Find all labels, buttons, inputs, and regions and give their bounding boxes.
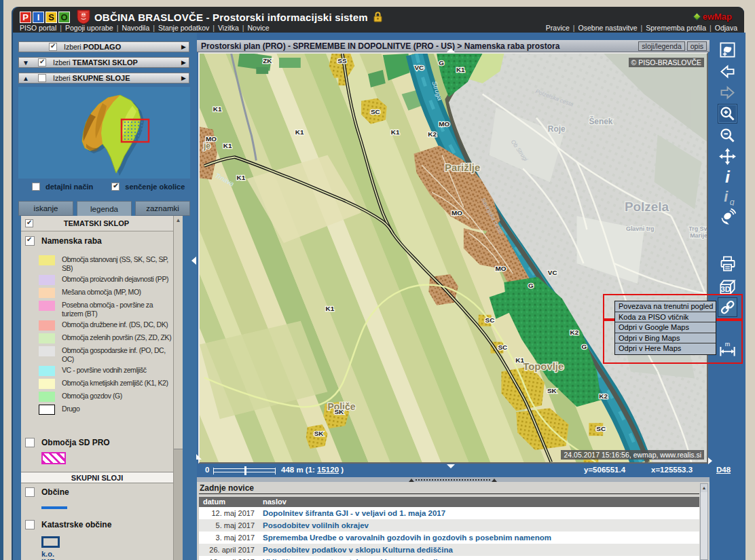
sdpro-checkbox[interactable] <box>25 438 35 447</box>
nav-link[interactable]: Pogoji uporabe| <box>65 23 122 33</box>
sdpro-swatch <box>41 452 66 464</box>
collapse-triangle-icon[interactable]: ▲ <box>22 75 30 82</box>
info-g-tool[interactable]: ig <box>718 187 737 206</box>
sloji-legenda-button[interactable]: sloji/legenda <box>638 41 684 51</box>
map-zone-label: K1 <box>223 142 232 149</box>
back-icon <box>718 62 737 81</box>
news-table: datum naslov 12. maj 2017 Dopolnitev šif… <box>199 497 699 560</box>
map-place-label: Parižlje <box>445 162 480 173</box>
expand-arrow-icon[interactable]: ▶ <box>181 43 186 50</box>
expand-arrow-icon[interactable]: ▶ <box>181 59 186 66</box>
map-bottom-collapse-handle[interactable] <box>447 464 455 468</box>
accordion-checkbox[interactable] <box>38 74 46 82</box>
opis-button[interactable]: opis <box>687 41 707 51</box>
map-header-collapse-handle[interactable] <box>447 48 455 52</box>
back-tool[interactable] <box>718 62 737 81</box>
news-link[interactable]: Sprememba Uredbe o varovalnih gozdovih i… <box>260 531 699 544</box>
svg-text:i: i <box>725 168 731 186</box>
obcine-checkbox[interactable] <box>25 487 35 497</box>
popup-menu-item[interactable]: Odpri v Here Maps <box>615 343 716 354</box>
info-tool[interactable]: i <box>718 167 737 185</box>
map-viewport[interactable]: Savinjska cestaOb StrugiPolzelska cesta … <box>198 52 708 464</box>
legend-swatch <box>39 333 55 343</box>
scale-ruler[interactable] <box>213 468 276 472</box>
katastrske-checkbox[interactable] <box>25 520 35 529</box>
news-link[interactable]: Posodobitev volilnih okrajev <box>260 519 699 531</box>
map-place-label: je <box>203 141 210 151</box>
legend-item: Mešana območja (MP, MO) <box>39 288 172 298</box>
legend-group-checkbox[interactable] <box>25 236 35 246</box>
nav-link[interactable]: Odjava| <box>715 23 737 33</box>
accordion-checkbox[interactable] <box>49 43 57 51</box>
legend-scrollbar[interactable]: ▲ <box>173 216 183 560</box>
nav-link[interactable]: Pravice| <box>546 23 578 33</box>
news-panel: Zadnje novice datum naslov 12. maj 2017 … <box>197 482 710 560</box>
nav-link[interactable]: Novice| <box>248 23 270 33</box>
piso-logo[interactable]: PISO <box>20 12 71 23</box>
scrollbar-thumb[interactable] <box>174 225 183 449</box>
legend-header-checkbox[interactable] <box>25 219 33 227</box>
gps-tool[interactable] <box>718 208 737 226</box>
link-tool[interactable] <box>718 298 737 316</box>
scroll-up-icon[interactable]: ▲ <box>174 216 183 225</box>
forward-tool[interactable] <box>718 83 737 102</box>
expand-arrow-icon[interactable]: ▶ <box>181 75 186 81</box>
nav-link[interactable]: Stanje podatkov| <box>158 23 218 33</box>
news-date: 5. maj 2017 <box>199 519 260 531</box>
print-tool[interactable] <box>718 255 737 273</box>
popup-menu-item[interactable]: Koda za PISO vtičnik <box>615 312 716 323</box>
legend-item: Območja gozdov (G) <box>39 392 172 402</box>
sidebar-tab[interactable]: iskanje <box>18 201 73 216</box>
overview-option[interactable]: senčenje okolice <box>111 181 185 192</box>
zoom-extent-tool[interactable] <box>718 41 737 59</box>
accordion-bar[interactable]: ▼ Izberi TEMATSKI SKLOP ▶ <box>18 57 189 68</box>
nav-link[interactable]: PISO portal| <box>20 23 65 33</box>
collapse-triangle-icon[interactable]: ▼ <box>22 59 30 67</box>
map-zone-label: K2 <box>599 392 608 400</box>
obcine-swatch <box>41 506 67 509</box>
toolbar-resize-handle[interactable] <box>708 458 712 464</box>
news-link[interactable]: Dopolnitev šifranta GJI - v veljavi od 1… <box>260 507 699 519</box>
nav-link[interactable]: Osebne nastavitve| <box>578 23 646 33</box>
map-corner-handle[interactable] <box>196 454 207 460</box>
page-title: OBČINA BRASLOVČE - Prostorski informacij… <box>94 12 368 23</box>
coat-of-arms-icon <box>77 10 90 24</box>
overview-map[interactable] <box>18 87 190 179</box>
map-zone-label: G <box>528 282 534 289</box>
map-extent-indicator[interactable] <box>122 119 149 142</box>
datum-link[interactable]: D48 <box>716 466 731 474</box>
zoom-out-tool[interactable] <box>718 126 737 145</box>
sidebar-collapse-handle[interactable] <box>191 257 196 265</box>
popup-menu-item[interactable]: Odpri v Bing Maps <box>615 333 716 344</box>
nav-link[interactable]: Vizitka| <box>218 23 247 33</box>
news-link[interactable]: Vključitev novega tematskega sklopa - ge… <box>260 556 699 560</box>
map-copyright: © PISO-BRASLOVČE <box>629 58 704 67</box>
scroll-up-icon[interactable]: ▲ <box>701 484 707 492</box>
accordion-bar[interactable]: Izberi PODLAGO ▶ <box>18 41 189 52</box>
zoom-in-tool[interactable] <box>718 105 737 123</box>
accordion-checkbox[interactable] <box>38 58 46 67</box>
news-scrollbar[interactable]: ▲ <box>700 483 708 560</box>
option-checkbox[interactable] <box>32 183 40 191</box>
sidebar-tabs: iskanjelegendazaznamki <box>18 201 190 216</box>
news-link[interactable]: Posodobitev podatkov v sklopu Kulturna d… <box>260 544 699 556</box>
option-checkbox[interactable] <box>111 183 119 191</box>
nav-link[interactable]: Navodila| <box>122 23 158 33</box>
accordion-bar[interactable]: ▲ Izberi SKUPNE SLOJE ▶ <box>18 73 189 83</box>
map-zone-label: G <box>439 59 444 67</box>
pan-tool[interactable] <box>718 147 737 166</box>
legend-item: Posebna območja - površine za turizem (B… <box>39 301 172 318</box>
sidebar-tab[interactable]: zaznamki <box>135 201 190 216</box>
overview-option[interactable]: detajlni način <box>32 181 93 192</box>
map-zone-label: SC <box>498 343 507 351</box>
map-zone-label: SS <box>337 57 347 64</box>
nav-link[interactable]: Sprememba profila| <box>646 23 714 33</box>
news-row: 26. april 2017 Posodobitev podatkov v sk… <box>199 544 699 556</box>
measure-tool[interactable]: m <box>718 341 737 359</box>
popup-menu-item[interactable]: Odpri v Google Maps <box>615 322 716 333</box>
popup-menu-item[interactable]: Povezava na trenutni pogled <box>615 301 716 312</box>
view-3d-tool[interactable]: 3D <box>718 278 737 296</box>
sidebar-tab[interactable]: legenda <box>77 201 132 216</box>
scale-link[interactable]: 15120 <box>317 466 339 474</box>
window-edge <box>0 0 3 560</box>
